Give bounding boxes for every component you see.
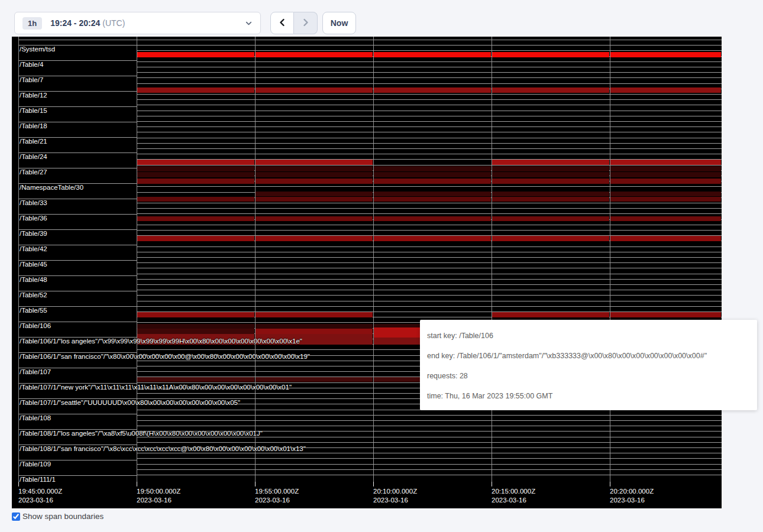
heat-band[interactable] (374, 197, 491, 202)
chevron-down-icon (245, 20, 253, 27)
span-boundary-line (137, 154, 722, 154)
heat-band[interactable] (492, 216, 609, 221)
heat-band[interactable] (492, 172, 609, 177)
heat-band[interactable] (137, 87, 254, 93)
heat-band[interactable] (610, 192, 721, 196)
heat-band[interactable] (374, 216, 491, 221)
span-boundary-line (137, 230, 722, 231)
axis-time-label: 20:15:00.000Z (492, 487, 535, 495)
heat-band[interactable] (137, 377, 254, 382)
heat-band[interactable] (137, 52, 254, 57)
heat-band[interactable] (610, 87, 721, 93)
heat-band[interactable] (137, 179, 254, 184)
heat-band[interactable] (492, 166, 609, 171)
axis-date-label: 2023-03-16 (373, 496, 408, 504)
span-boundary-line (137, 475, 722, 475)
span-boundary-line (137, 268, 722, 268)
tooltip-start-key: start key: /Table/106 (427, 326, 757, 346)
column-boundary-line (18, 37, 19, 485)
heat-band[interactable] (256, 166, 373, 171)
heat-band[interactable] (610, 52, 721, 57)
span-label: /Table/109 (20, 460, 51, 468)
heat-band[interactable] (256, 52, 373, 57)
span-label: /Table/12 (20, 92, 47, 99)
heat-band[interactable] (492, 192, 609, 196)
span-boundary-line (137, 262, 722, 263)
heat-band[interactable] (137, 312, 254, 317)
heat-band[interactable] (610, 179, 721, 184)
span-boundary-line (137, 301, 722, 301)
span-boundary-line (137, 458, 722, 459)
span-boundary-line (137, 437, 722, 437)
span-label: /Table/111/1 (20, 476, 56, 483)
heat-band[interactable] (374, 87, 491, 93)
heat-band[interactable] (492, 52, 609, 57)
heat-band[interactable] (610, 216, 721, 221)
span-boundary-line (137, 246, 722, 247)
span-boundary-line (137, 61, 722, 62)
heat-band[interactable] (137, 236, 254, 241)
heat-band[interactable] (137, 197, 254, 202)
span-label: /Table/107 (20, 368, 51, 375)
span-label: /Table/107/1/"seattle"/"UUUUUUD\x00\x80\… (20, 399, 240, 406)
heat-band[interactable] (256, 236, 373, 241)
heat-band[interactable] (256, 87, 373, 93)
heat-band[interactable] (137, 216, 254, 221)
heat-band[interactable] (374, 236, 491, 241)
next-time-button[interactable] (294, 12, 318, 34)
heat-band[interactable] (610, 160, 721, 165)
axis-time-label: 20:10:00.000Z (373, 487, 417, 495)
heat-band[interactable] (610, 166, 721, 171)
heat-band[interactable] (492, 160, 609, 165)
axis-time-label: 19:45:00.000Z (18, 487, 62, 495)
column-boundary-line (373, 37, 374, 485)
heat-band[interactable] (256, 197, 373, 202)
heat-band[interactable] (610, 172, 721, 177)
heat-band[interactable] (492, 179, 609, 184)
time-range-select[interactable]: 1h 19:24 - 20:24(UTC) (14, 12, 261, 34)
span-label: /Table/7 (20, 76, 43, 83)
show-span-boundaries-checkbox[interactable] (12, 512, 20, 521)
heat-band[interactable] (137, 160, 254, 165)
heat-band[interactable] (610, 312, 721, 317)
chevron-left-icon (278, 18, 286, 28)
heat-band[interactable] (492, 197, 609, 202)
heat-band[interactable] (374, 172, 491, 177)
heat-band[interactable] (256, 329, 373, 334)
show-span-boundaries-row: Show span boundaries (12, 512, 104, 521)
tooltip-requests: requests: 28 (427, 366, 757, 386)
heat-band[interactable] (374, 179, 491, 184)
heat-band[interactable] (137, 172, 254, 177)
heat-band[interactable] (374, 166, 491, 171)
heat-band[interactable] (492, 87, 609, 93)
span-boundary-line (137, 105, 722, 105)
now-button[interactable]: Now (322, 12, 356, 34)
heat-band[interactable] (610, 197, 721, 202)
heat-band[interactable] (137, 324, 254, 329)
heat-band[interactable] (374, 52, 491, 57)
span-boundary-line (137, 257, 722, 258)
key-visualizer-heatmap[interactable]: /System/tsd/Table/4/Table/7/Table/12/Tab… (12, 37, 722, 508)
heat-band[interactable] (610, 236, 721, 241)
heat-band[interactable] (256, 216, 373, 221)
span-label: /Table/33 (20, 199, 47, 206)
heat-band[interactable] (492, 312, 609, 317)
heat-band[interactable] (256, 179, 373, 184)
show-span-boundaries-label: Show span boundaries (22, 512, 104, 521)
axis-time-label: 19:55:00.000Z (255, 487, 299, 495)
heat-band[interactable] (256, 377, 373, 382)
prev-time-button[interactable] (270, 12, 294, 34)
span-label: /Table/106 (20, 322, 51, 329)
heat-band[interactable] (492, 236, 609, 241)
heat-band[interactable] (137, 166, 254, 171)
span-boundary-line (137, 453, 722, 453)
axis-tick (137, 482, 137, 486)
heat-band[interactable] (256, 324, 373, 329)
heat-band[interactable] (256, 160, 373, 165)
heat-band[interactable] (256, 192, 373, 196)
heat-band[interactable] (137, 329, 254, 334)
heat-band[interactable] (374, 192, 491, 196)
heat-band[interactable] (256, 312, 373, 317)
span-label: /Table/42 (20, 245, 47, 252)
heat-band[interactable] (256, 172, 373, 177)
